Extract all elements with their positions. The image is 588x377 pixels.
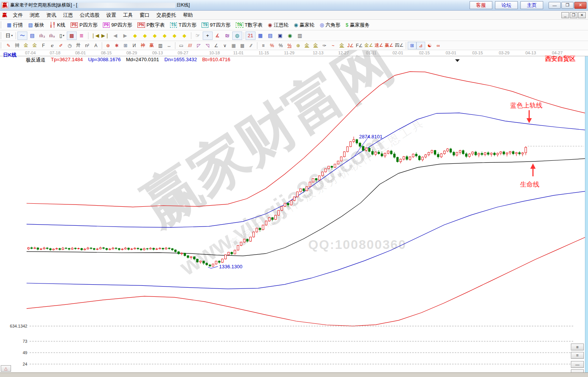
crosshair-tool-button[interactable]: + [203, 32, 213, 40]
double-wave-button[interactable]: ~ [329, 42, 337, 49]
t-number-table-button[interactable]: TNT数字表 [233, 22, 265, 29]
histogram-tool-button[interactable]: ≣ [77, 32, 87, 40]
trend-chart-button[interactable]: ⊿ [416, 42, 425, 49]
hand-tool-button[interactable]: ☞ [193, 32, 203, 40]
four-angle-button[interactable]: 四∠ [394, 42, 404, 49]
level-list-button[interactable]: ≡ [259, 42, 268, 49]
gann-wheel-button[interactable]: ◉江恩轮 [265, 22, 291, 29]
percent-top-button[interactable]: % [268, 42, 276, 49]
support-button[interactable]: 客服 [470, 1, 492, 9]
percent-button[interactable]: % [276, 42, 285, 49]
diamond-left-button[interactable]: ◆ [130, 32, 140, 40]
yingjia-tool-button[interactable]: 赢 [147, 42, 156, 49]
dense-grid-1-button[interactable]: ▦ [229, 42, 238, 49]
calculator-button[interactable]: ▦ [255, 32, 265, 40]
fan-lines-button[interactable]: /// [186, 42, 194, 49]
gold-grid-2-button[interactable]: 金 [30, 42, 39, 49]
fan-box-2-button[interactable]: ◹ [203, 42, 212, 49]
period-day-dropdown-button[interactable]: 日▾ [4, 32, 14, 40]
kline-chart[interactable]: 634.1342734924 [0, 50, 588, 372]
market-quotes-button[interactable]: ▦行情 [4, 22, 25, 29]
menu-item-formula-stock-pick[interactable]: 公式选股 [76, 11, 103, 19]
wave-marker-button[interactable]: И [130, 42, 139, 49]
scale-sparse-button[interactable]: — [571, 361, 584, 368]
clock-circle-button[interactable]: ◷ [65, 42, 74, 49]
gold-grid-1-button[interactable]: 金 [22, 42, 30, 49]
diamond-out-button[interactable]: ◆ [170, 32, 180, 40]
p9-square-button[interactable]: P99P四方形 [100, 22, 135, 29]
maximize-button[interactable]: ❐ [561, 2, 574, 9]
gold-line-1-button[interactable]: 金 [303, 42, 311, 49]
gold-circle-button[interactable]: ⊕ [294, 42, 303, 49]
rect-measure-button[interactable]: ▭ [177, 42, 186, 49]
info-note-button[interactable]: ▤ [27, 32, 37, 40]
grid-highlight-button[interactable]: ⊞ [408, 42, 416, 49]
menu-item-help[interactable]: 帮助 [180, 11, 196, 19]
speed-angle-button[interactable]: 速∠ [374, 42, 384, 49]
fan-box-1-button[interactable]: ◸ [194, 42, 203, 49]
p-number-table-button[interactable]: PNP数字表 [135, 22, 167, 29]
home-button[interactable]: 主页 [520, 1, 543, 9]
forum-button[interactable]: 论坛 [495, 1, 518, 9]
mdi-close-button[interactable]: ✕ [578, 12, 586, 18]
ruler-123-button[interactable]: ▥ [156, 42, 165, 49]
print-computer-button[interactable]: ▥ [295, 32, 305, 40]
percent-line-button[interactable]: % [285, 42, 294, 49]
parallel-lines-button[interactable]: ∕∕ [247, 42, 255, 49]
scroll-right-button[interactable]: → [571, 369, 584, 372]
menu-item-trade-order[interactable]: 交易委托 [153, 11, 180, 19]
box-grid-button[interactable]: ⊞ [121, 42, 130, 49]
last-bar-button[interactable]: ▶❘ [100, 32, 110, 40]
first-bar-button[interactable]: ❘◀ [90, 32, 100, 40]
diamond-right-button[interactable]: ◆ [140, 32, 150, 40]
diamond-shrink-button[interactable]: ◆ [160, 32, 170, 40]
n-square-button[interactable]: n² [83, 42, 91, 49]
purple-grid-tool-button[interactable]: ₪ [222, 32, 232, 40]
infinity-button[interactable]: ∞ [434, 42, 443, 49]
ying-angle-button[interactable]: 赢∠ [384, 42, 394, 49]
dense-grid-2-button[interactable]: ▩ [238, 42, 247, 49]
prev-bar-button[interactable]: ◀ [110, 32, 120, 40]
menu-item-window[interactable]: 窗口 [136, 11, 153, 19]
pattern-tool-button[interactable]: ▩ [67, 32, 77, 40]
mdi-minimize-button[interactable]: _ [561, 12, 569, 18]
gold-angle-button[interactable]: 金∠ [364, 42, 374, 49]
panel-tab-daily-kline[interactable]: 日K线 [3, 52, 16, 59]
width-measure-button[interactable]: ↔ [165, 42, 173, 49]
zigzag-chart-button[interactable]: 〜 [17, 32, 27, 40]
star-grid-button[interactable]: ✱ [112, 42, 121, 49]
web-share-button[interactable]: ◉ [285, 32, 295, 40]
target-circle-button[interactable]: ⊕ [104, 42, 112, 49]
candle-type-dropdown-button[interactable]: ▯▾ [57, 32, 67, 40]
bars-9-button[interactable]: ılı₉ [47, 32, 57, 40]
gold-line-2-button[interactable]: 金 [311, 42, 320, 49]
wave-v-button[interactable]: ∨ [221, 42, 229, 49]
j-angle-button[interactable]: J∠ [346, 42, 355, 49]
angle-a-button[interactable]: A [91, 42, 100, 49]
yinyang-button[interactable]: ☯ [425, 42, 434, 49]
grid-lines-button[interactable]: 卅 [74, 42, 83, 49]
p-square-button[interactable]: PSP四方形 [68, 22, 100, 29]
sectors-button[interactable]: ▧板块 [25, 22, 47, 29]
kline-button[interactable]: ╽╿K线 [47, 22, 68, 29]
region-tool-button[interactable]: ◍ [232, 32, 242, 40]
gann-grid-button[interactable]: 卌 [13, 42, 22, 49]
scale-dense-button[interactable]: ≡ [571, 344, 584, 350]
shen-tool-button[interactable]: 神 [139, 42, 147, 49]
diamond-in-button[interactable]: ◆ [180, 32, 189, 40]
panel-toggle-button[interactable]: △ [1, 365, 11, 372]
gold-under-button[interactable]: 金 [337, 42, 346, 49]
vertical-scrollbar[interactable] [585, 56, 588, 372]
fibonacci-grid-button[interactable]: F [39, 42, 48, 49]
angle-fan-button[interactable]: ∠ [212, 42, 221, 49]
menu-item-browse[interactable]: 浏览 [26, 11, 43, 19]
f-angle-button[interactable]: F∠ [355, 42, 364, 49]
save-disk-button[interactable]: ▣ [275, 32, 285, 40]
next-bar-button[interactable]: ▶ [120, 32, 130, 40]
hexagon-button[interactable]: ◎六角形 [317, 22, 343, 29]
menu-item-file[interactable]: 文件 [9, 11, 26, 19]
document-list-button[interactable]: ▤ [265, 32, 275, 40]
eraser-brush-button[interactable]: ✐ [57, 42, 65, 49]
t9-square-button[interactable]: T99T四方形 [199, 22, 233, 29]
winner-wheel-button[interactable]: ◉赢家轮 [291, 22, 317, 29]
